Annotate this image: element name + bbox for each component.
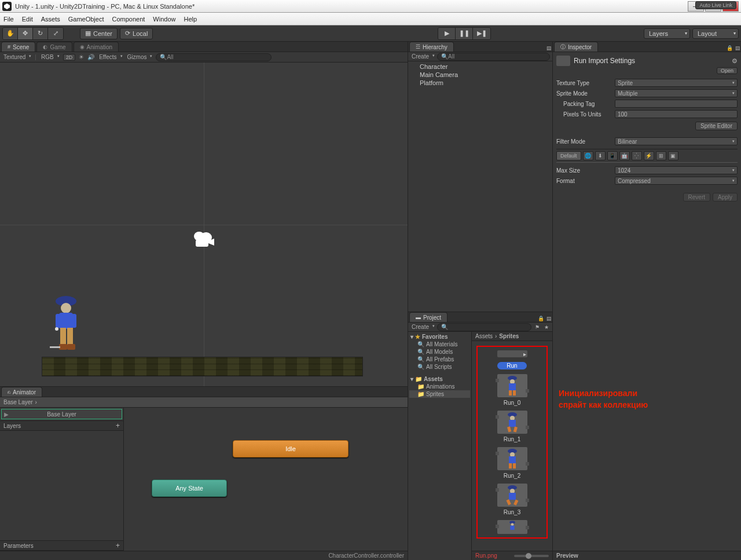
pixels-to-units-input[interactable]: 100 xyxy=(615,110,738,118)
save-search-icon[interactable]: ★ xyxy=(543,324,550,331)
sprite-item[interactable]: Run_1 xyxy=(497,411,527,442)
filter-icon[interactable]: ⚑ xyxy=(534,324,541,331)
favorites-header[interactable]: ▾★Favorites xyxy=(409,333,470,341)
thumbnail-size-slider[interactable] xyxy=(514,555,549,557)
platform-flash-icon[interactable]: ⚡ xyxy=(644,151,654,160)
rotate-tool-button[interactable]: ↻ xyxy=(33,28,48,39)
tab-hierarchy[interactable]: ☲Hierarchy xyxy=(409,42,454,52)
menu-help[interactable]: Help xyxy=(184,16,197,23)
add-parameter-icon[interactable]: + xyxy=(116,541,120,550)
platform-windows-icon[interactable]: ⊞ xyxy=(656,151,666,160)
play-button[interactable]: ▶ xyxy=(438,28,456,39)
2d-toggle[interactable]: 2D xyxy=(63,54,76,61)
state-node-any[interactable]: Any State xyxy=(152,480,227,497)
parameters-section-header[interactable]: Parameters+ xyxy=(0,540,123,551)
menu-edit[interactable]: Edit xyxy=(22,16,33,23)
platform-web-icon[interactable]: 🌐 xyxy=(583,151,593,160)
step-button[interactable]: ▶❚ xyxy=(473,28,490,39)
format-dropdown[interactable]: Compressed xyxy=(615,177,738,185)
platform-sprite[interactable] xyxy=(42,357,363,376)
scene-search-input[interactable]: 🔍All xyxy=(156,53,272,61)
folder-item-selected[interactable]: 📁Sprites xyxy=(409,390,470,398)
tab-scene[interactable]: #Scene xyxy=(1,42,35,52)
pause-button[interactable]: ❚❚ xyxy=(456,28,473,39)
audio-toggle-icon[interactable]: 🔊 xyxy=(87,54,94,60)
breadcrumb-item[interactable]: Sprites xyxy=(499,333,519,339)
lock-icon[interactable]: 🔒 xyxy=(726,45,733,52)
tab-inspector[interactable]: ⓘInspector xyxy=(554,42,598,52)
platform-ios-icon[interactable]: 📱 xyxy=(607,151,618,160)
render-mode-dropdown[interactable]: Textured xyxy=(2,54,31,60)
sprite-asset-label[interactable]: Run xyxy=(497,362,526,369)
favorite-item[interactable]: 🔍All Scripts xyxy=(409,363,470,371)
character-sprite[interactable] xyxy=(50,293,85,358)
tab-project[interactable]: ▬Project xyxy=(409,312,447,322)
project-search-input[interactable]: 🔍 xyxy=(437,323,531,331)
breadcrumb-item[interactable]: Assets xyxy=(475,333,493,339)
packing-tag-input[interactable] xyxy=(615,100,738,108)
scale-tool-button[interactable]: ⤢ xyxy=(48,28,63,39)
preview-header[interactable]: Preview xyxy=(553,551,741,560)
breadcrumb-item[interactable]: Base Layer xyxy=(3,399,33,405)
sprite-editor-button[interactable]: Sprite Editor xyxy=(695,122,738,130)
favorite-item[interactable]: 🔍All Models xyxy=(409,348,470,356)
sprite-sheet-thumb[interactable]: ▸ xyxy=(497,350,527,357)
menu-component[interactable]: Component xyxy=(112,16,145,23)
platform-blackberry-icon[interactable]: ⁛ xyxy=(632,151,642,160)
revert-button[interactable]: Revert xyxy=(683,193,710,202)
sprite-item[interactable] xyxy=(497,520,527,534)
project-items-grid[interactable]: ▸ Run Run_0 Run_1 xyxy=(472,341,552,551)
animator-graph[interactable]: Idle Any State xyxy=(124,408,408,551)
hierarchy-search-input[interactable]: 🔍All xyxy=(437,53,550,61)
light-toggle-icon[interactable]: ☀ xyxy=(79,54,84,60)
texture-type-dropdown[interactable]: Sprite xyxy=(615,79,738,87)
pivot-mode-toggle[interactable]: ▦Center xyxy=(80,28,118,39)
sprite-mode-dropdown[interactable]: Multiple xyxy=(615,89,738,97)
platform-android-icon[interactable]: 🤖 xyxy=(619,151,630,160)
assets-header[interactable]: ▾📁Assets xyxy=(409,375,470,383)
effects-dropdown[interactable]: Effects xyxy=(98,54,122,60)
panel-menu-icon[interactable]: ▤ xyxy=(545,45,552,52)
favorite-item[interactable]: 🔍All Materials xyxy=(409,341,470,348)
menu-assets[interactable]: Assets xyxy=(41,16,60,23)
gear-icon[interactable]: ⚙ xyxy=(732,57,738,65)
color-mode-dropdown[interactable]: RGB xyxy=(40,54,60,60)
base-layer-row[interactable]: ▶ Base Layer xyxy=(1,409,122,419)
platform-wp8-icon[interactable]: ▣ xyxy=(668,151,678,160)
menu-window[interactable]: Window xyxy=(153,16,175,23)
filter-mode-dropdown[interactable]: Bilinear xyxy=(615,137,738,145)
auto-live-link-toggle[interactable]: Auto Live Link xyxy=(695,1,736,9)
lock-icon[interactable]: 🔒 xyxy=(537,315,544,322)
layout-dropdown[interactable]: Layout xyxy=(692,28,739,39)
open-button[interactable]: Open xyxy=(717,67,738,74)
sprite-item[interactable]: Run_3 xyxy=(497,484,527,515)
hierarchy-item[interactable]: Character xyxy=(410,63,550,71)
hierarchy-item[interactable]: Main Camera xyxy=(410,71,550,79)
move-tool-button[interactable]: ✥ xyxy=(18,28,33,39)
tab-animator[interactable]: ⎌Animator xyxy=(1,387,42,397)
rotation-mode-toggle[interactable]: ⟳Local xyxy=(120,28,153,39)
max-size-dropdown[interactable]: 1024 xyxy=(615,166,738,174)
menu-file[interactable]: File xyxy=(3,16,14,23)
state-node-idle[interactable]: Idle xyxy=(233,440,349,457)
sprite-item[interactable]: Run_0 xyxy=(497,374,527,406)
platform-standalone-icon[interactable]: ⬇ xyxy=(595,151,606,160)
project-create-dropdown[interactable]: Create xyxy=(410,324,435,330)
scene-viewport[interactable] xyxy=(0,63,408,386)
hierarchy-item[interactable]: Platform xyxy=(410,79,550,87)
menu-gameobject[interactable]: GameObject xyxy=(68,16,104,23)
layers-section-header[interactable]: Layers+ xyxy=(0,420,123,431)
hierarchy-create-dropdown[interactable]: Create xyxy=(410,53,435,60)
layers-dropdown[interactable]: Layers xyxy=(644,28,690,39)
add-layer-icon[interactable]: + xyxy=(116,422,120,430)
platform-default-tab[interactable]: Default xyxy=(556,151,581,160)
tab-animation[interactable]: ◉Animation xyxy=(74,42,119,52)
apply-button[interactable]: Apply xyxy=(713,193,738,202)
hand-tool-button[interactable]: ✋ xyxy=(3,28,18,39)
panel-menu-icon[interactable]: ▤ xyxy=(545,315,552,322)
folder-item[interactable]: 📁Animations xyxy=(409,383,470,390)
panel-menu-icon[interactable]: ▤ xyxy=(734,45,741,52)
expand-icon[interactable]: ▸ xyxy=(523,351,526,357)
sprite-item[interactable]: Run_2 xyxy=(497,447,527,479)
favorite-item[interactable]: 🔍All Prefabs xyxy=(409,356,470,363)
